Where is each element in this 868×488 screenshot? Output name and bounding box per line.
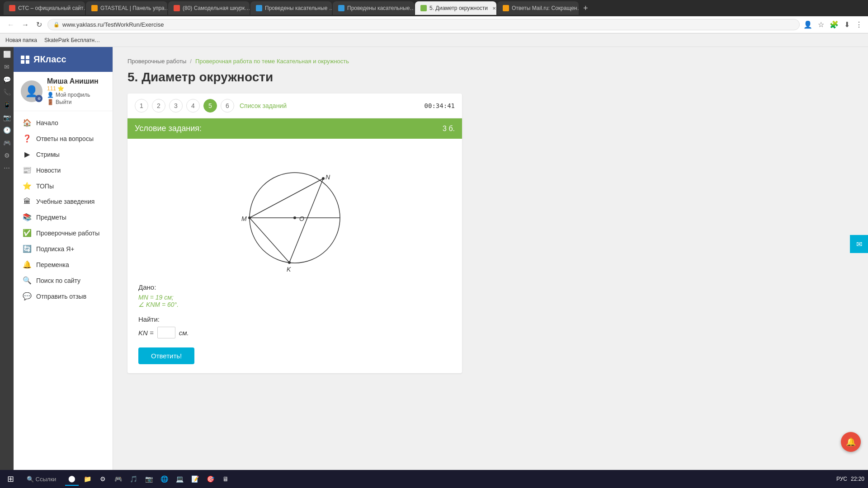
task-num-5[interactable]: 5	[203, 99, 217, 113]
condition-points: 3 б.	[443, 125, 455, 133]
tab-1[interactable]: СТС – официальный сайт… ✕	[4, 1, 85, 15]
nav-tops[interactable]: ⭐ ТОПы	[14, 178, 113, 194]
nav-institutions[interactable]: 🏛 Учебные заведения	[14, 194, 113, 209]
nav-news[interactable]: 📰 Новости	[14, 162, 113, 178]
bookmark-skatepark[interactable]: SkatePark Бесплатн…	[44, 37, 100, 43]
given-label: Дано:	[138, 283, 451, 291]
task-num-6[interactable]: 6	[221, 99, 234, 113]
nav-break[interactable]: 🔔 Переменка	[14, 257, 113, 272]
bs-clock-icon[interactable]: 🕐	[3, 127, 11, 134]
taskbar-app1[interactable]: 📁	[80, 472, 94, 486]
taskbar-tray: РУС 22:20	[836, 476, 864, 482]
find-section: Найти: KN = см.	[138, 315, 451, 338]
answer-input[interactable]	[157, 327, 175, 338]
bookmark-folder[interactable]: Новая папка	[5, 37, 37, 43]
download-icon[interactable]: ⬇	[844, 20, 850, 29]
bs-settings-icon[interactable]: ⚙	[4, 152, 10, 159]
nav-answers-label: Ответы на вопросы	[36, 135, 94, 142]
task-num-3[interactable]: 3	[169, 99, 183, 113]
page-title: 5. Диаметр окружности	[127, 70, 854, 84]
tab-favicon-4	[256, 5, 262, 11]
submit-button[interactable]: Ответить!	[138, 347, 194, 364]
taskbar-app6[interactable]: 🌐	[157, 472, 171, 486]
task-list-link[interactable]: Список заданий	[240, 102, 287, 109]
tab-label-5: Проведены касательные…	[347, 5, 414, 11]
nav-break-label: Переменка	[36, 261, 69, 268]
nav-tests[interactable]: ✅ Проверочные работы	[14, 225, 113, 241]
task-num-2[interactable]: 2	[152, 99, 165, 113]
nav-institutions-label: Учебные заведения	[36, 198, 94, 205]
user-details: Миша Анишин 111 ⭐ 👤 Мой профиль 🚪 Выйти	[47, 77, 99, 105]
bs-chat-icon[interactable]: 💬	[3, 76, 11, 83]
tab-6[interactable]: 5. Диаметр окружности ✕	[415, 1, 496, 15]
nav-subscription[interactable]: 🔄 Подписка Я+	[14, 241, 113, 257]
taskbar-app10[interactable]: 🖥	[219, 472, 232, 486]
nav-streams-label: Стримы	[36, 151, 60, 158]
notification-panel-button[interactable]: ✉	[850, 235, 868, 253]
bs-whatsapp-icon[interactable]: 📱	[3, 101, 11, 108]
tops-icon: ⭐	[23, 182, 32, 190]
task-num-4[interactable]: 4	[186, 99, 200, 113]
taskbar-search[interactable]: 🔍 Ссылки	[21, 474, 61, 484]
back-button[interactable]: ←	[5, 19, 16, 31]
tab-7[interactable]: Ответы Mail.ru: Сокращен… ✕	[497, 1, 579, 15]
taskbar-app3[interactable]: 🎮	[111, 472, 125, 486]
taskbar-app4[interactable]: 🎵	[127, 472, 140, 486]
taskbar-app2[interactable]: ⚙	[96, 472, 109, 486]
diagram-area: O M N K	[138, 148, 451, 274]
svg-text:M: M	[241, 215, 247, 222]
nav-streams[interactable]: ▶ Стримы	[14, 146, 113, 162]
bs-home-icon[interactable]: ⬜	[3, 51, 11, 58]
reload-button[interactable]: ↻	[34, 19, 44, 31]
nav-start-label: Начало	[36, 119, 58, 127]
app-body: ⬜ ✉ 💬 📞 📱 📷 🕐 🎮 ⚙ ⋯ ЯКласс 👤 ⚙ Миша Аниш…	[0, 47, 868, 488]
star-icon[interactable]: ☆	[818, 20, 824, 29]
bell-notification-button[interactable]: 🔔	[841, 432, 861, 452]
tab-favicon-6	[420, 5, 427, 11]
breadcrumb-current[interactable]: Проверочная работа по теме Касательная и…	[195, 58, 349, 65]
nav-subjects[interactable]: 📚 Предметы	[14, 209, 113, 225]
taskbar-app8[interactable]: 📝	[188, 472, 202, 486]
extension-icon[interactable]: 🧩	[830, 20, 839, 29]
logout-link[interactable]: 🚪 Выйти	[47, 99, 99, 105]
tab-2[interactable]: GTASTEAL | Панель упра… ✕	[86, 1, 167, 15]
tab-4[interactable]: Проведены касательные … ✕	[250, 1, 332, 15]
nav-feedback[interactable]: 💬 Отправить отзыв	[14, 288, 113, 304]
start-button[interactable]: ⊞	[4, 472, 18, 486]
break-icon: 🔔	[23, 260, 32, 269]
find-formula: KN = см.	[138, 327, 451, 338]
taskbar-app9[interactable]: 🎯	[203, 472, 217, 486]
menu-icon[interactable]: ⋮	[855, 20, 863, 29]
nav-search[interactable]: 🔍 Поиск по сайту	[14, 272, 113, 288]
forward-button[interactable]: →	[20, 19, 31, 31]
url-box[interactable]: 🔒 www.yaklass.ru/TestWorkRun/Exercise	[47, 19, 800, 30]
new-tab-button[interactable]: +	[580, 4, 592, 13]
breadcrumb-tests[interactable]: Проверочные работы	[127, 58, 186, 65]
bs-mail-icon[interactable]: ✉	[4, 63, 9, 70]
bs-instagram-icon[interactable]: 📷	[3, 114, 11, 121]
my-profile-link[interactable]: 👤 Мой профиль	[47, 92, 99, 98]
user-links: 👤 Мой профиль 🚪 Выйти	[47, 92, 99, 105]
task-num-1[interactable]: 1	[135, 99, 148, 113]
main-content: Проверочные работы / Проверочная работа …	[113, 47, 868, 488]
nav-start[interactable]: 🏠 Начало	[14, 115, 113, 131]
bs-more-icon[interactable]: ⋯	[4, 164, 10, 172]
tab-favicon-3	[174, 5, 180, 11]
taskbar-app5[interactable]: 📷	[142, 472, 156, 486]
profile-icon[interactable]: 👤	[803, 20, 812, 29]
tab-3[interactable]: (80) Самодельная шкурк… ✕	[168, 1, 250, 15]
tab-favicon-1	[9, 5, 15, 11]
find-formula-prefix: KN =	[138, 329, 154, 337]
tab-label-6: 5. Диаметр окружности	[429, 5, 488, 11]
svg-text:O: O	[299, 215, 304, 222]
tab-close-6[interactable]: ✕	[492, 6, 496, 11]
bs-phone-icon[interactable]: 📞	[3, 89, 11, 96]
taskbar-app7[interactable]: 💻	[173, 472, 186, 486]
taskbar-chrome[interactable]: ⬤	[65, 472, 79, 486]
bs-game-icon[interactable]: 🎮	[3, 139, 11, 146]
nav-answers[interactable]: ❓ Ответы на вопросы	[14, 131, 113, 146]
tab-5[interactable]: Проведены касательные… ✕	[333, 1, 414, 15]
address-bar: ← → ↻ 🔒 www.yaklass.ru/TestWorkRun/Exerc…	[0, 16, 868, 33]
given-line-2: ∠ KNM = 60°.	[138, 301, 451, 308]
user-name: Миша Анишин	[47, 77, 99, 85]
